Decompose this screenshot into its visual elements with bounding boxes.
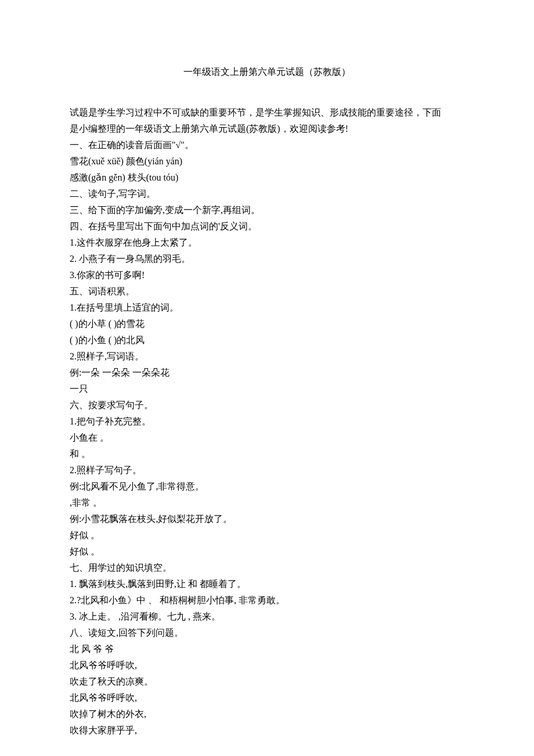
content-line: 2. 小燕子有一身乌黑的羽毛。 [70, 251, 464, 267]
content-line: 1.这件衣服穿在他身上太紧了。 [70, 235, 464, 251]
content-line: 北 风 爷 爷 [70, 641, 464, 657]
document-page: 一年级语文上册第六单元试题（苏教版） 试题是学生学习过程中不可或缺的重要环节，是… [0, 0, 534, 756]
content-line: ( )的小草 ( )的雪花 [70, 316, 464, 332]
content-line: 一只 [70, 381, 464, 397]
content-line: 2.照样子写句子。 [70, 462, 464, 478]
content-line: 好似 。 [70, 543, 464, 560]
intro-line-1: 试题是学生学习过程中不可或缺的重要环节，是学生掌握知识、形成技能的重要途径，下面 [70, 105, 464, 121]
content-line: 七、用学过的知识填空。 [70, 560, 464, 576]
content-line: 二、读句子,写字词。 [70, 186, 464, 202]
content-line: 一、在正确的读音后面画"√"。 [70, 137, 464, 153]
content-line: 六、按要求写句子。 [70, 397, 464, 413]
content-line: 2.照样子,写词语。 [70, 348, 464, 365]
content-line: 1. 飘落到枝头,飘落到田野,让 和 都睡着了。 [70, 576, 464, 592]
intro-line-2: 是小编整理的一年级语文上册第六单元试题(苏教版)，欢迎阅读参考! [70, 121, 464, 137]
content-lines: 一、在正确的读音后面画"√"。雪花(xuě xüě) 颜色(yián yán)感… [70, 137, 464, 739]
content-line: 五、词语积累。 [70, 283, 464, 300]
content-line: 例:北风看不见小鱼了,非常得意。 [70, 478, 464, 495]
content-line: 1.在括号里填上适宜的词。 [70, 300, 464, 316]
content-line: 吹掉了树木的外衣, [70, 706, 464, 722]
content-line: 三、给下面的字加偏旁,变成一个新字,再组词。 [70, 202, 464, 218]
content-line: ( )的小鱼 ( )的北风 [70, 332, 464, 348]
content-line: 雪花(xuě xüě) 颜色(yián yán) [70, 153, 464, 170]
content-line: 3. 冰上走。 ,沿河看柳。七九 , 燕来。 [70, 609, 464, 625]
content-line: 例:一朵 一朵朵 一朵朵花 [70, 365, 464, 381]
content-line: 八、读短文,回答下列问题。 [70, 625, 464, 641]
content-line: 吹走了秋天的凉爽。 [70, 674, 464, 690]
content-line: 北风爷爷呼呼吹, [70, 690, 464, 706]
document-title: 一年级语文上册第六单元试题（苏教版） [70, 64, 464, 80]
content-line: 感激(gǎn gěn) 枝头(tou tóu) [70, 170, 464, 186]
content-line: 小鱼在 。 [70, 430, 464, 446]
content-line: 四、在括号里写出下面句中加点词的'反义词。 [70, 218, 464, 235]
document-body: 试题是学生学习过程中不可或缺的重要环节，是学生掌握知识、形成技能的重要途径，下面… [70, 105, 464, 739]
content-line: 北风爷爷呼呼吹, [70, 657, 464, 674]
content-line: 3.你家的书可多啊! [70, 267, 464, 283]
content-line: 和 。 [70, 446, 464, 462]
content-line: 2.?北风和小鱼》中 、 和梧桐树胆小怕事, 非常勇敢。 [70, 592, 464, 609]
content-line: 好似 。 [70, 527, 464, 543]
content-line: 吹得大家胖乎乎, [70, 722, 464, 739]
content-line: 例:小雪花飘落在枝头,好似梨花开放了。 [70, 511, 464, 527]
content-line: 1.把句子补充完整。 [70, 413, 464, 430]
content-line: ,非常 。 [70, 495, 464, 511]
